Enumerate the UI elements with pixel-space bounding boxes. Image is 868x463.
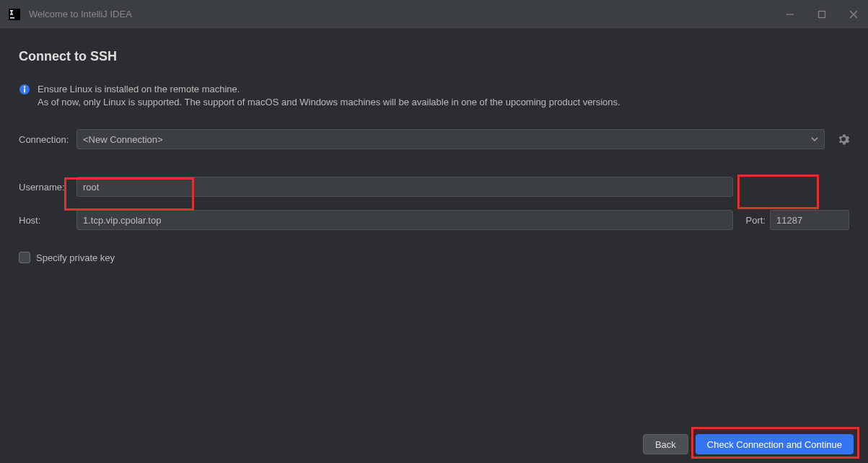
port-label: Port: [746, 215, 766, 226]
info-icon [19, 84, 30, 95]
username-input[interactable] [76, 177, 733, 197]
svg-rect-11 [24, 89, 25, 93]
host-port-row: Host: Port: [19, 210, 849, 230]
username-label: Username: [19, 182, 76, 193]
app-icon [9, 9, 20, 20]
specify-key-row: Specify private key [19, 252, 849, 263]
page-title: Connect to SSH [19, 49, 849, 64]
connection-row: Connection: <New Connection> [19, 129, 849, 149]
close-button[interactable] [848, 9, 859, 20]
host-input[interactable] [76, 210, 733, 230]
info-message: Ensure Linux is installed on the remote … [19, 83, 849, 109]
maximize-button[interactable] [816, 9, 828, 20]
continue-button[interactable]: Check Connection and Continue [696, 434, 854, 454]
info-line2: As of now, only Linux is supported. The … [38, 96, 621, 109]
main-content: Connect to SSH Ensure Linux is installed… [0, 29, 868, 263]
footer: Back Check Connection and Continue [643, 434, 854, 454]
chevron-down-icon [811, 134, 818, 145]
svg-rect-3 [10, 14, 13, 15]
specify-key-checkbox[interactable] [19, 252, 30, 263]
svg-rect-6 [819, 11, 825, 17]
gear-icon [838, 133, 849, 145]
window-title: Welcome to IntelliJ IDEA [29, 9, 784, 19]
info-line1: Ensure Linux is installed on the remote … [38, 83, 621, 96]
svg-point-10 [24, 86, 25, 87]
host-label: Host: [19, 215, 76, 226]
info-text: Ensure Linux is installed on the remote … [38, 83, 621, 109]
settings-button[interactable] [838, 133, 849, 145]
port-input[interactable] [770, 210, 849, 230]
svg-rect-4 [10, 17, 14, 19]
back-button[interactable]: Back [643, 434, 688, 454]
titlebar: Welcome to IntelliJ IDEA [0, 0, 868, 29]
username-row: Username: [19, 177, 849, 197]
connection-value: <New Connection> [83, 134, 163, 145]
minimize-button[interactable] [784, 9, 796, 20]
connection-label: Connection: [19, 134, 76, 145]
window-controls [784, 9, 859, 20]
connection-select[interactable]: <New Connection> [76, 129, 825, 149]
specify-key-label[interactable]: Specify private key [36, 252, 115, 263]
